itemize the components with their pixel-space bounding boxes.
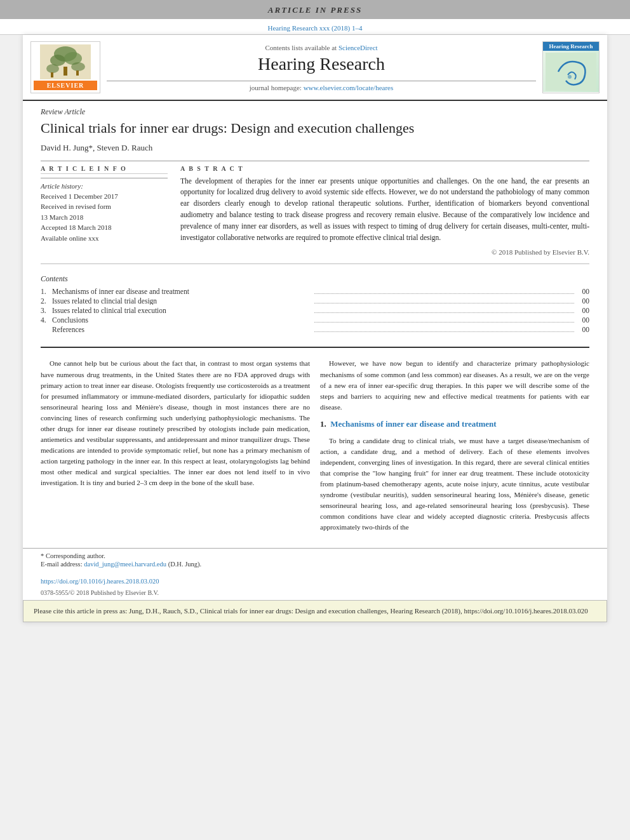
accepted-date: Accepted 18 March 2018 <box>41 222 168 233</box>
contents-item-page: 00 <box>577 316 589 324</box>
contents-item-num: 2. <box>41 297 52 305</box>
contents-item-page: 00 <box>577 307 589 314</box>
doi-link[interactable]: https://doi.org/10.1016/j.heares.2018.03… <box>41 578 159 585</box>
contents-item: 3. Issues related to clinical trial exec… <box>41 307 589 314</box>
contents-item-dots <box>314 297 574 303</box>
contents-item-num: 4. <box>41 316 52 324</box>
homepage-link[interactable]: www.elsevier.com/locate/heares <box>304 84 394 91</box>
section1-heading: 1. Mechanisms of inner ear disease and t… <box>320 418 589 430</box>
journal-citation-link[interactable]: Hearing Research xxx (2018) 1–4 <box>267 24 362 32</box>
received-date: Received 1 December 2017 <box>41 191 168 202</box>
article-history-label: Article history: <box>41 182 168 190</box>
authors-text: David H. Jung*, Steven D. Rauch <box>41 143 152 152</box>
email-suffix: (D.H. Jung). <box>168 561 202 568</box>
contents-item-page: 00 <box>577 326 589 333</box>
article-info-header: A R T I C L E I N F O <box>41 165 168 174</box>
paper-container: ELSEVIER Contents lists available at Sci… <box>23 35 607 622</box>
journal-header-center: Contents lists available at ScienceDirec… <box>107 41 536 93</box>
available-online: Available online xxx <box>41 233 168 244</box>
contents-item-page: 00 <box>577 288 589 295</box>
citation-text: Please cite this article in press as: Ju… <box>34 607 588 615</box>
contents-item-label: Mechanisms of inner ear disease and trea… <box>52 288 312 295</box>
homepage-line: journal homepage: www.elsevier.com/locat… <box>250 84 394 91</box>
header-divider <box>107 81 536 81</box>
doi-line: https://doi.org/10.1016/j.heares.2018.03… <box>23 573 607 588</box>
copyright-line: © 2018 Published by Elsevier B.V. <box>180 248 589 256</box>
contents-items: 1. Mechanisms of inner ear disease and t… <box>41 288 589 333</box>
hearing-research-logo: Hearing Research <box>542 41 600 93</box>
issn-line: 0378-5955/© 2018 Published by Elsevier B… <box>23 588 607 600</box>
contents-title: Contents <box>41 274 589 284</box>
contents-item-dots <box>314 316 574 323</box>
sciencedirect-link[interactable]: ScienceDirect <box>338 44 378 51</box>
elsevier-tree-image <box>40 44 91 79</box>
journal-title: Hearing Research <box>258 54 385 74</box>
body-left-column: One cannot help but be curious about the… <box>41 358 310 538</box>
section-divider <box>41 347 589 348</box>
body-left-para-1: One cannot help but be curious about the… <box>41 358 310 488</box>
info-divider <box>41 178 168 178</box>
contents-item-num: 3. <box>41 307 52 314</box>
journal-header: ELSEVIER Contents lists available at Sci… <box>23 35 607 101</box>
authors-line: David H. Jung*, Steven D. Rauch <box>41 143 589 153</box>
received-revised-label: Received in revised form <box>41 201 168 212</box>
body-right-column: However, we have now begun to identify a… <box>320 358 589 538</box>
contents-item-dots <box>314 326 574 332</box>
contents-item: References 00 <box>41 326 589 333</box>
contents-item-dots <box>314 288 574 294</box>
contents-item-label: References <box>52 326 312 333</box>
hearing-research-logo-text: Hearing Research <box>543 42 599 51</box>
email-label: E-mail address: <box>41 561 83 568</box>
contents-section: Contents 1. Mechanisms of inner ear dise… <box>41 269 589 340</box>
section1-text: To bring a candidate drug to clinical tr… <box>320 436 589 533</box>
abstract-column: A B S T R A C T The development of thera… <box>180 165 589 257</box>
svg-rect-4 <box>64 67 67 76</box>
svg-rect-8 <box>76 70 79 76</box>
svg-rect-7 <box>51 72 53 77</box>
corresponding-author-note: * Corresponding author. <box>41 552 589 559</box>
article-info-column: A R T I C L E I N F O Article history: R… <box>41 165 168 257</box>
author-divider <box>41 161 589 161</box>
article-title: Clinical trials for inner ear drugs: Des… <box>41 119 589 138</box>
contents-item-page: 00 <box>577 297 589 305</box>
sciencedirect-line: Contents lists available at ScienceDirec… <box>265 44 377 51</box>
abstract-header: A B S T R A C T <box>180 165 589 172</box>
contents-item-label: Issues related to clincial trial design <box>52 297 312 305</box>
footnotes-area: * Corresponding author. E-mail address: … <box>23 548 607 573</box>
svg-point-10 <box>568 75 572 79</box>
page-wrapper: ARTICLE IN PRESS Hearing Research xxx (2… <box>0 0 630 840</box>
abstract-divider <box>41 263 589 264</box>
email-link[interactable]: david_jung@meei.harvard.edu <box>84 561 166 568</box>
hearing-research-logo-image <box>543 51 599 92</box>
svg-point-6 <box>71 62 85 71</box>
article-content: Review Article Clinical trials for inner… <box>23 101 607 358</box>
abstract-text: The development of therapies for the inn… <box>180 176 589 244</box>
email-line: E-mail address: david_jung@meei.harvard.… <box>41 561 589 568</box>
body-right-intro: However, we have now begun to identify a… <box>320 358 589 412</box>
article-type-label: Review Article <box>41 107 589 117</box>
contents-item-num: 1. <box>41 288 52 295</box>
elsevier-label: ELSEVIER <box>34 81 97 90</box>
contents-item: 1. Mechanisms of inner ear disease and t… <box>41 288 589 295</box>
revised-date: 13 March 2018 <box>41 212 168 223</box>
journal-citation-bar: Hearing Research xxx (2018) 1–4 <box>0 19 630 35</box>
body-text-area: One cannot help but be curious about the… <box>23 358 607 544</box>
contents-item-label: Issues related to clinical trial executi… <box>52 307 312 314</box>
elsevier-logo: ELSEVIER <box>30 41 100 93</box>
svg-point-5 <box>46 64 59 73</box>
contents-item-label: Conclusions <box>52 316 312 324</box>
citation-bar: Please cite this article in press as: Ju… <box>23 600 607 622</box>
contents-item-dots <box>314 307 574 313</box>
article-in-press-banner: ARTICLE IN PRESS <box>0 0 630 19</box>
contents-item: 2. Issues related to clincial trial desi… <box>41 297 589 305</box>
article-info-abstract: A R T I C L E I N F O Article history: R… <box>41 165 589 257</box>
banner-text: ARTICLE IN PRESS <box>268 5 362 15</box>
contents-item: 4. Conclusions 00 <box>41 316 589 324</box>
